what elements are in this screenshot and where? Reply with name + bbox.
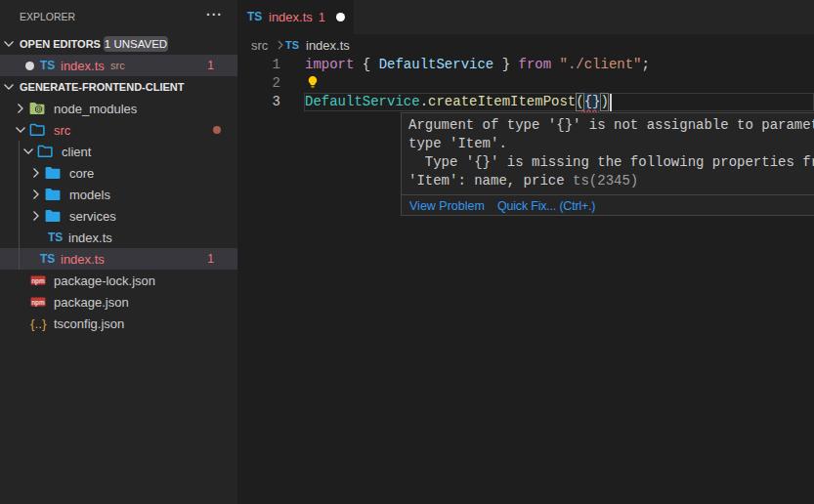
svg-text:npm: npm (31, 277, 45, 285)
svg-text:npm: npm (31, 299, 45, 307)
